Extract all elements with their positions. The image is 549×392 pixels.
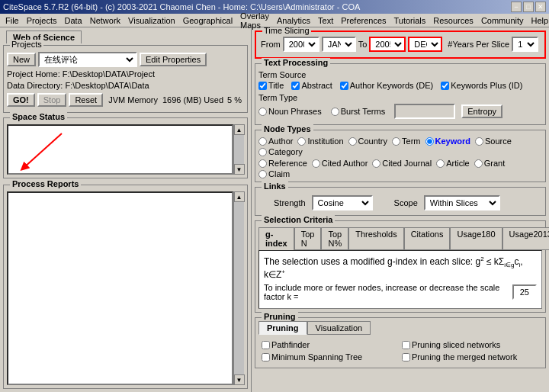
keyword-radio-label: Keyword [425,137,470,146]
node-types-label: Node Types [262,124,313,133]
stop-button[interactable]: Stop [37,93,67,107]
scale-factor-input[interactable]: 25 [512,284,537,300]
menu-projects[interactable]: Projects [23,15,61,26]
pruning-section: Pruning Pruning Visualization Pathfinder… [255,317,546,368]
space-status-scrollbar[interactable]: ▲ ▼ [233,124,244,175]
grant-node-label: Grant [484,159,506,168]
pruning-tabs: Pruning Visualization [258,321,542,335]
edit-properties-button[interactable]: Edit Properties [140,53,207,66]
reset-button[interactable]: Reset [69,93,103,107]
pruning-sliced-checkbox[interactable] [402,341,410,349]
scroll-track[interactable] [234,135,244,164]
to-month-select[interactable]: DEC [408,37,442,52]
grant-radio[interactable] [474,159,483,168]
cited-journal-radio[interactable] [372,159,380,168]
source-radio[interactable] [475,137,483,146]
author-keywords-checkbox[interactable] [340,82,348,90]
menu-network[interactable]: Network [86,15,124,26]
minimize-button[interactable]: − [511,2,522,12]
source-radio-label: Source [475,137,512,146]
node-types-section: Node Types Author Institution Country [255,130,546,182]
pruning-content: Pathfinder Pruning sliced networks Minim… [258,337,542,365]
maximize-button[interactable]: □ [523,2,534,12]
pathfinder-checkbox[interactable] [262,341,270,349]
from-year-select[interactable]: 2000 [283,37,319,52]
process-reports-content[interactable] [7,191,233,385]
tab-top-n-percent[interactable]: Top N% [321,227,348,250]
menu-analytics[interactable]: Analytics [273,15,314,26]
reports-scroll-down[interactable]: ▼ [234,374,245,385]
tab-usage2013[interactable]: Usage2013 [502,227,549,250]
scope-select[interactable]: Within Slices [424,195,500,210]
pathfinder-checkbox-label: Pathfinder [262,340,396,349]
space-status-content[interactable] [7,124,233,175]
burst-terms-radio[interactable] [331,108,339,116]
to-year-select[interactable]: 2005 [369,37,406,52]
term-type-input[interactable] [394,104,455,119]
menu-geographical[interactable]: Geographical [179,15,236,26]
project-dropdown[interactable]: 在线评论 [38,52,137,67]
noun-phrases-label: Noun Phrases [268,107,322,116]
keywords-plus-checkbox[interactable] [441,82,449,90]
menu-tutorials[interactable]: Tutorials [390,15,430,26]
pruning-merged-checkbox[interactable] [402,353,410,361]
projects-section: Projects New 在线评论 Edit Properties Projec… [3,45,248,113]
scroll-up[interactable]: ▲ [234,124,245,135]
menu-preferences[interactable]: Preferences [337,15,390,26]
years-per-slice-select[interactable]: 1 [512,37,538,52]
term-radio[interactable] [392,137,400,146]
arrow-graphic [16,130,77,175]
reports-scroll-up[interactable]: ▲ [234,191,245,202]
project-home: Project Home: F:\Desktop\DATA\Project [7,69,244,79]
pruning-tab-pruning[interactable]: Pruning [258,321,307,335]
author-radio[interactable] [258,137,267,146]
from-month-select[interactable]: JAN [322,37,356,52]
title-checkbox[interactable] [258,82,267,90]
author-node-label: Author [268,137,293,146]
institution-radio[interactable] [297,137,306,146]
pruning-tab-visualization[interactable]: Visualization [307,321,371,335]
scale-factor-row: To include more or fewer nodes, increase… [264,283,537,301]
pathfinder-label: Pathfinder [271,340,310,349]
process-reports-scrollbar[interactable]: ▲ ▼ [233,191,244,385]
tab-top-n[interactable]: Top N [294,227,322,250]
claim-radio[interactable] [258,170,267,178]
article-radio-label: Article [436,159,470,168]
main-content: Web of Science Projects New 在线评论 Edit Pr… [0,27,549,392]
tab-g-index[interactable]: g-index [258,227,294,250]
abstract-checkbox[interactable] [291,82,300,90]
minimum-spanning-checkbox[interactable] [262,353,270,361]
close-button[interactable]: ✕ [535,2,546,12]
left-panel: Web of Science Projects New 在线评论 Edit Pr… [0,27,252,392]
article-radio[interactable] [436,159,445,168]
tab-usage180[interactable]: Usage180 [450,227,502,250]
go-button[interactable]: GO! [7,93,35,107]
process-reports-section: Process Reports ▲ ▼ [3,185,248,389]
tab-thresholds[interactable]: Thresholds [348,227,403,250]
article-node-label: Article [446,159,470,168]
reports-scroll-track[interactable] [234,202,244,374]
strength-select[interactable]: Cosine [312,195,373,210]
country-radio[interactable] [348,137,357,146]
category-radio[interactable] [258,148,267,156]
author-radio-label: Author [258,137,293,146]
menu-data[interactable]: Data [60,15,85,26]
new-button[interactable]: New [7,53,36,66]
menu-visualization[interactable]: Visualization [124,15,179,26]
entropy-button[interactable]: Entropy [461,104,502,118]
cited-author-node-label: Cited Author [322,159,368,168]
burst-terms-label: Burst Terms [341,107,385,116]
menu-help[interactable]: Help [528,15,550,26]
reference-radio[interactable] [258,159,267,168]
tab-citations[interactable]: Citations [404,227,451,250]
menu-file[interactable]: File [2,15,23,26]
noun-phrases-radio[interactable] [258,108,267,116]
menu-text[interactable]: Text [314,15,337,26]
menu-resources[interactable]: Resources [429,15,477,26]
cited-author-radio[interactable] [312,159,320,168]
menu-community[interactable]: Community [477,15,528,26]
window-controls: − □ ✕ [511,2,546,12]
keyword-radio[interactable] [425,137,434,146]
scroll-down[interactable]: ▼ [234,164,245,175]
criteria-description: The selection uses a modified g-index in… [264,255,537,280]
